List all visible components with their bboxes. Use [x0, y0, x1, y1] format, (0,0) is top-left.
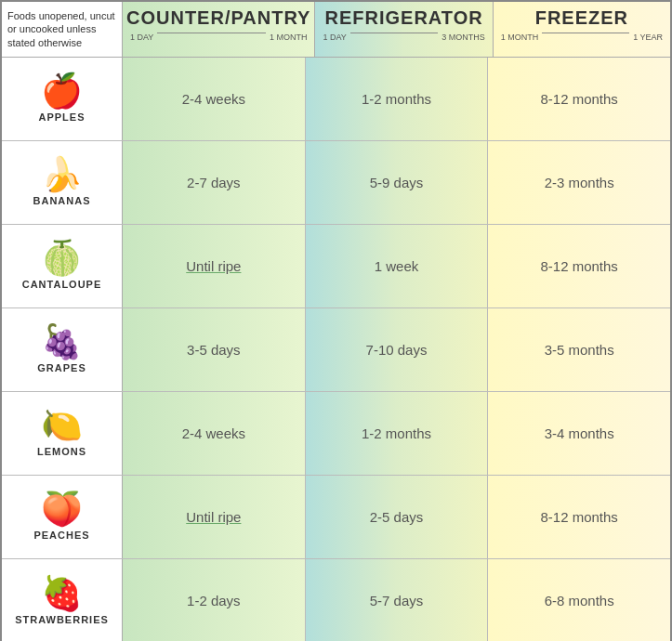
freezer-value-strawberries: 6-8 months [488, 559, 670, 641]
freezer-value-apples: 8-12 months [488, 58, 670, 140]
freezer-title: FREEZER [497, 7, 666, 29]
fridge-value-peaches: 2-5 days [306, 476, 489, 558]
pantry-value-cantaloupe: Until ripe [123, 225, 306, 307]
fridge-value-bananas: 5-9 days [306, 141, 489, 224]
scale-right-fz: 1 YEAR [633, 33, 663, 42]
strawberries-icon: 🍓 [41, 577, 83, 610]
food-storage-chart: Foods unopened, uncut or uncooked unless… [0, 0, 672, 641]
chart-label: Foods unopened, uncut or uncooked unless… [2, 2, 123, 57]
header-freezer: FREEZER 1 MONTH 1 YEAR [494, 2, 670, 57]
freezer-value-bananas: 2-3 months [488, 141, 670, 224]
fruit-cell-cantaloupe: 🍈CANTALOUPE [2, 225, 123, 307]
lemons-icon: 🍋 [41, 409, 83, 442]
pantry-value-grapes: 3-5 days [123, 308, 306, 391]
counter-pantry-scale: 1 DAY 1 MONTH [126, 31, 310, 44]
refrigerator-scale: 1 DAY 3 MONTHS [319, 31, 488, 44]
grapes-icon: 🍇 [41, 325, 83, 359]
freezer-value-grapes: 3-5 months [488, 308, 670, 391]
table-row: 🍋LEMONS2-4 weeks1-2 months3-4 months [2, 392, 670, 476]
fruit-cell-peaches: 🍑PEACHES [2, 476, 123, 558]
scale-left-rf: 1 DAY [323, 33, 346, 42]
peaches-icon: 🍑 [41, 492, 83, 526]
bananas-label: BANANAS [33, 195, 91, 206]
table-row: 🍓STRAWBERRIES1-2 days5-7 days6-8 months [2, 559, 670, 641]
fruit-cell-lemons: 🍋LEMONS [2, 392, 123, 475]
rows-container: 🍎APPLES2-4 weeks1-2 months8-12 months🍌BA… [2, 58, 670, 641]
freezer-value-cantaloupe: 8-12 months [488, 225, 670, 307]
pantry-value-apples: 2-4 weeks [123, 58, 306, 140]
scale-right-cp: 1 MONTH [270, 33, 308, 42]
pantry-value-peaches: Until ripe [123, 476, 306, 558]
header-counter-pantry: COUNTER/PANTRY 1 DAY 1 MONTH [123, 2, 315, 57]
header-refrigerator: REFRIGERATOR 1 DAY 3 MONTHS [315, 2, 493, 57]
fridge-value-lemons: 1-2 months [306, 392, 489, 475]
fruit-cell-strawberries: 🍓STRAWBERRIES [2, 559, 123, 641]
cantaloupe-label: CANTALOUPE [22, 279, 102, 290]
fruit-cell-grapes: 🍇GRAPES [2, 308, 123, 391]
fruit-cell-apples: 🍎APPLES [2, 58, 123, 140]
fridge-value-strawberries: 5-7 days [306, 559, 489, 641]
counter-pantry-title: COUNTER/PANTRY [126, 7, 310, 29]
fruit-cell-bananas: 🍌BANANAS [2, 141, 123, 224]
refrigerator-title: REFRIGERATOR [319, 7, 488, 29]
table-row: 🍈CANTALOUPEUntil ripe1 week8-12 months [2, 225, 670, 308]
table-row: 🍌BANANAS2-7 days5-9 days2-3 months [2, 141, 670, 225]
table-row: 🍑PEACHESUntil ripe2-5 days8-12 months [2, 476, 670, 559]
header-row: Foods unopened, uncut or uncooked unless… [2, 2, 670, 58]
grapes-label: GRAPES [37, 362, 86, 373]
fridge-value-grapes: 7-10 days [306, 308, 489, 391]
lemons-label: LEMONS [37, 446, 86, 457]
scale-left-cp: 1 DAY [130, 33, 153, 42]
pantry-value-strawberries: 1-2 days [123, 559, 306, 641]
pantry-value-lemons: 2-4 weeks [123, 392, 306, 475]
freezer-scale: 1 MONTH 1 YEAR [497, 31, 666, 44]
fridge-value-apples: 1-2 months [306, 58, 489, 140]
table-row: 🍇GRAPES3-5 days7-10 days3-5 months [2, 308, 670, 392]
apples-icon: 🍎 [41, 74, 83, 108]
apples-label: APPLES [38, 111, 85, 123]
scale-right-rf: 3 MONTHS [441, 33, 485, 42]
strawberries-label: STRAWBERRIES [15, 614, 109, 625]
cantaloupe-icon: 🍈 [41, 242, 83, 275]
freezer-value-peaches: 8-12 months [488, 476, 670, 558]
pantry-value-bananas: 2-7 days [123, 141, 306, 224]
peaches-label: PEACHES [33, 530, 89, 541]
table-row: 🍎APPLES2-4 weeks1-2 months8-12 months [2, 58, 670, 141]
freezer-value-lemons: 3-4 months [488, 392, 670, 475]
fridge-value-cantaloupe: 1 week [306, 225, 489, 307]
scale-left-fz: 1 MONTH [501, 33, 539, 42]
bananas-icon: 🍌 [41, 158, 83, 191]
